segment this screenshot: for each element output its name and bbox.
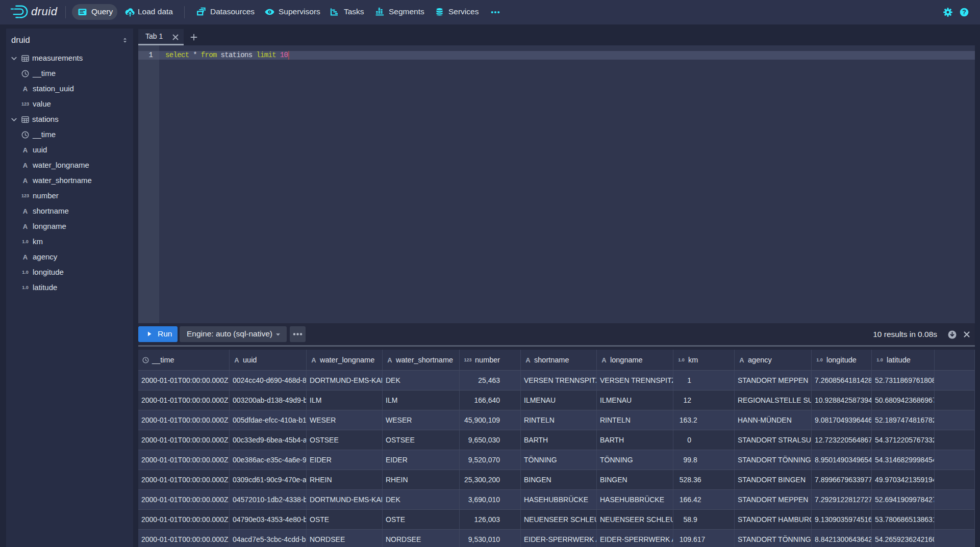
svg-text:?: ?: [962, 9, 966, 16]
